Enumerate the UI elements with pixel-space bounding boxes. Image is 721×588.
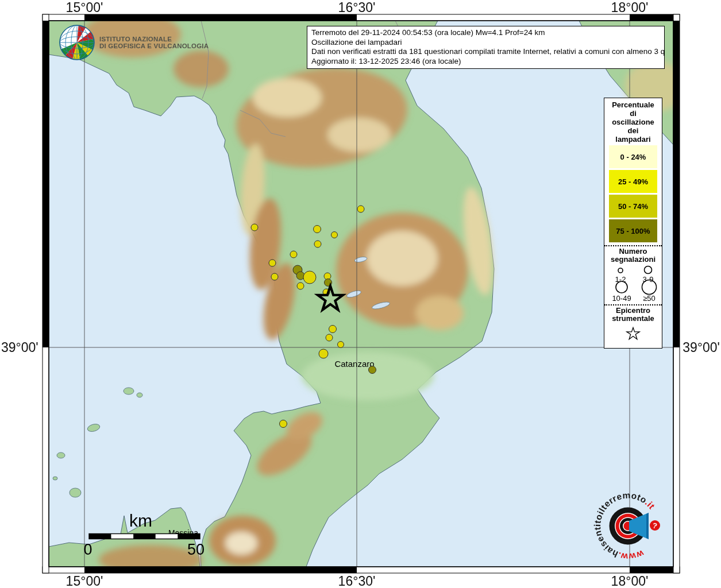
ingv-globe-icon [59, 24, 95, 61]
legend-title-line: di [604, 109, 662, 118]
top-tick-label: 16°30' [338, 0, 376, 15]
macroseismic-map-figure: Messina km 0 50 Catanzaro [0, 0, 721, 588]
felt-report-point [303, 271, 316, 284]
legend-epicenter-title-line: Epicentro [604, 307, 662, 315]
felt-report-point [331, 232, 338, 238]
scale-bar-start: 0 [83, 541, 92, 558]
legend-count-symbols: 1-23-910-49≥50 [605, 264, 661, 301]
felt-report-point [314, 226, 321, 233]
felt-report-point [314, 241, 321, 247]
legend-divider [604, 304, 662, 305]
event-title: Terremoto del 29-11-2024 00:54:53 (ora l… [311, 28, 660, 38]
ingv-logo-line2: DI GEOFISICA E VULCANOLOGIA [99, 42, 209, 50]
city-label-catanzaro: Catanzaro [334, 359, 374, 369]
felt-report-point [280, 420, 287, 428]
city-catanzaro: Catanzaro [334, 359, 374, 370]
legend-epicenter-title-line: strumentale [604, 315, 662, 323]
felt-report-point [338, 342, 344, 348]
event-data-note: Dati non verificati estratti da 181 ques… [311, 47, 660, 57]
felt-report-point [357, 206, 364, 212]
legend-class-swatch: 75 - 100% [609, 219, 657, 242]
legend-title-line: lampadari [604, 135, 662, 144]
bottom-tick-label: 18°00' [611, 574, 649, 588]
felt-report-point [297, 283, 304, 289]
scale-bar-unit: km [129, 511, 152, 530]
felt-report-point [319, 349, 328, 358]
event-info-box: Terremoto del 29-11-2024 00:54:53 (ora l… [307, 26, 665, 69]
legend-epicenter-title: Epicentro strumentale [604, 307, 662, 323]
legend-class-label: 50 - 74% [618, 202, 648, 211]
bottom-tick-label: 16°30' [338, 574, 376, 588]
left-tick-label: 39°00' [1, 340, 38, 355]
legend-class-swatch: 50 - 74% [609, 195, 657, 218]
felt-report-point [290, 251, 297, 258]
bottom-tick-label: 15°00' [66, 574, 103, 588]
ingv-logo-text: ISTITUTO NAZIONALE DI GEOFISICA E VULCAN… [99, 36, 209, 50]
legend-title: Percentuale di oscillazione dei lampadar… [604, 98, 662, 144]
legend-counts-title-line: segnalazioni [604, 256, 662, 264]
legend-divider [604, 245, 662, 246]
legend-class-label: 75 - 100% [616, 227, 650, 235]
felt-report-point [271, 273, 278, 280]
felt-report-point [251, 224, 258, 231]
legend-count-circle-icon [645, 266, 652, 274]
ingv-logo: ISTITUTO NAZIONALE DI GEOFISICA E VULCAN… [59, 24, 209, 61]
top-tick-label: 18°00' [611, 0, 649, 15]
legend-class-list: 0 - 24%25 - 49%50 - 74%75 - 100% [604, 145, 662, 242]
legend-title-line: dei [604, 126, 662, 135]
haisentitoilterremoto-logo: www.haisentitoilterremoto.it ? [591, 489, 666, 564]
legend-counts-title: Numero segnalazioni [604, 247, 662, 264]
scale-bar-end: 50 [187, 541, 205, 558]
legend-epicenter-star-icon [626, 326, 641, 341]
top-tick-label: 15°00' [66, 0, 103, 15]
felt-report-point [326, 334, 333, 341]
ingv-logo-line1: ISTITUTO NAZIONALE [99, 36, 209, 43]
right-tick-label: 39°00' [683, 340, 720, 355]
legend-panel: Percentuale di oscillazione dei lampadar… [604, 98, 662, 349]
legend-title-line: Percentuale [604, 100, 662, 109]
felt-report-point [269, 260, 276, 266]
legend-title-line: oscillazione [604, 118, 662, 126]
felt-report-point [329, 326, 337, 333]
legend-class-label: 25 - 49% [618, 177, 648, 186]
legend-count-label: 10-49 [612, 294, 631, 302]
legend-count-circle-icon [618, 268, 623, 273]
felt-report-point [369, 366, 376, 374]
legend-counts-title-line: Numero [604, 247, 662, 256]
legend-class-swatch: 25 - 49% [609, 170, 657, 193]
legend-count-label: ≥50 [643, 294, 656, 302]
event-effect: Oscillazione dei lampadari [311, 38, 660, 48]
event-updated-note: Aggiornato il: 13-12-2025 23:46 (ora loc… [311, 57, 660, 67]
legend-class-label: 0 - 24% [620, 153, 646, 161]
legend-class-swatch: 0 - 24% [609, 145, 657, 168]
